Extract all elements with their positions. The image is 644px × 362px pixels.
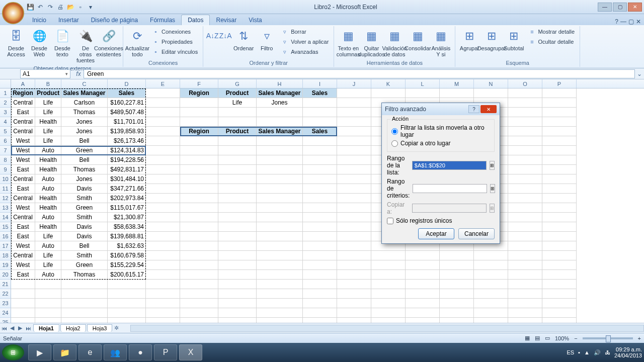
- save-icon[interactable]: 💾: [26, 3, 34, 11]
- sheet-tab-hoja1[interactable]: Hoja1: [33, 324, 59, 332]
- row-header[interactable]: 20: [0, 270, 11, 280]
- cell[interactable]: [542, 270, 577, 280]
- cell[interactable]: [146, 308, 180, 318]
- btn-borrar[interactable]: ▿Borrar: [279, 27, 331, 36]
- open-icon[interactable]: 📂: [66, 3, 74, 11]
- cell[interactable]: [218, 155, 257, 165]
- cell[interactable]: [218, 194, 257, 203]
- cell[interactable]: [257, 241, 303, 251]
- cell[interactable]: [146, 155, 180, 165]
- cell[interactable]: [337, 260, 371, 270]
- cell[interactable]: Region: [11, 88, 35, 98]
- cell[interactable]: Sales: [303, 88, 337, 98]
- cell[interactable]: [180, 194, 218, 203]
- tab-inicio[interactable]: Inicio: [26, 15, 52, 25]
- refresh-all-button[interactable]: ⟳Actualizar todo: [126, 27, 148, 58]
- cell[interactable]: [180, 165, 218, 174]
- zoom-slider[interactable]: [583, 337, 633, 339]
- cell[interactable]: [257, 117, 303, 127]
- cell[interactable]: [337, 308, 371, 318]
- col-header-D[interactable]: D: [108, 79, 146, 88]
- cell[interactable]: [371, 251, 406, 260]
- prev-sheet-icon[interactable]: ◀: [8, 325, 16, 331]
- cell[interactable]: [257, 299, 303, 308]
- tab-diseño de página[interactable]: Diseño de página: [85, 15, 144, 25]
- start-button[interactable]: ⊞: [2, 344, 24, 360]
- cell[interactable]: [180, 155, 218, 165]
- cell[interactable]: Jones: [61, 127, 108, 136]
- cell[interactable]: [440, 251, 474, 260]
- cell[interactable]: Sales: [108, 88, 146, 98]
- cell[interactable]: [218, 289, 257, 299]
- cell[interactable]: [406, 270, 440, 280]
- min-ribbon-icon[interactable]: —: [620, 18, 626, 25]
- sort-az-button[interactable]: A↓Z: [206, 27, 218, 46]
- row-header[interactable]: 21: [0, 280, 11, 289]
- cell[interactable]: [180, 260, 218, 270]
- cell[interactable]: Auto: [35, 174, 61, 184]
- cell[interactable]: [218, 184, 257, 194]
- row-header[interactable]: 23: [0, 299, 11, 308]
- cell[interactable]: $492,831.17: [108, 165, 146, 174]
- cell[interactable]: Sales Manager: [257, 127, 303, 136]
- system-tray[interactable]: ES ▪ ▲ 🔊 🖧 09:29 a.m.24/04/2013: [567, 346, 642, 358]
- cell[interactable]: [508, 98, 542, 108]
- cell[interactable]: [371, 318, 406, 323]
- cell[interactable]: Thomas: [61, 108, 108, 117]
- view-layout-icon[interactable]: ▤: [535, 335, 540, 341]
- cell[interactable]: [474, 289, 508, 299]
- cell[interactable]: [180, 241, 218, 251]
- cell[interactable]: [218, 136, 257, 146]
- cell[interactable]: Bell: [61, 136, 108, 146]
- cell[interactable]: [218, 146, 257, 155]
- cell[interactable]: [146, 165, 180, 174]
- cell[interactable]: [257, 155, 303, 165]
- cell[interactable]: [542, 155, 577, 165]
- cell[interactable]: [371, 270, 406, 280]
- cell[interactable]: [542, 98, 577, 108]
- cell[interactable]: [146, 203, 180, 213]
- cell[interactable]: [108, 318, 146, 323]
- cell[interactable]: [146, 232, 180, 241]
- next-sheet-icon[interactable]: ▶: [16, 325, 24, 331]
- cell[interactable]: East: [11, 232, 35, 241]
- cell[interactable]: [146, 289, 180, 299]
- cell[interactable]: [11, 280, 35, 289]
- cell[interactable]: [303, 222, 337, 232]
- cell[interactable]: [542, 260, 577, 270]
- col-header-P[interactable]: P: [542, 79, 577, 88]
- cell[interactable]: [542, 241, 577, 251]
- cell[interactable]: [218, 270, 257, 280]
- select-all-corner[interactable]: [0, 79, 11, 88]
- row-header[interactable]: 6: [0, 136, 11, 146]
- cell[interactable]: [180, 117, 218, 127]
- cell[interactable]: [508, 213, 542, 222]
- cell[interactable]: [508, 270, 542, 280]
- cell[interactable]: Bell: [61, 155, 108, 165]
- tab-datos[interactable]: Datos: [181, 15, 210, 25]
- cell[interactable]: West: [11, 241, 35, 251]
- btn-subtotal[interactable]: ⊞Subtotal: [503, 27, 525, 52]
- office-button[interactable]: [2, 2, 24, 24]
- col-header-C[interactable]: C: [61, 79, 108, 88]
- first-sheet-icon[interactable]: ⏮: [0, 325, 8, 331]
- cell[interactable]: [303, 232, 337, 241]
- btn-propiedades[interactable]: ∘Propiedades: [149, 37, 200, 46]
- close-doc-icon[interactable]: ✕: [636, 18, 641, 25]
- volume-icon[interactable]: 🔊: [594, 349, 601, 356]
- cell[interactable]: [180, 108, 218, 117]
- cell[interactable]: $347,271.66: [108, 184, 146, 194]
- cell[interactable]: [474, 260, 508, 270]
- cell[interactable]: [180, 299, 218, 308]
- cell[interactable]: [218, 299, 257, 308]
- cell[interactable]: [303, 289, 337, 299]
- btn-ocultar-detalle[interactable]: ≡Ocultar detalle: [526, 37, 577, 46]
- cell[interactable]: [371, 88, 406, 98]
- cell[interactable]: Life: [218, 98, 257, 108]
- cell[interactable]: [303, 260, 337, 270]
- cell[interactable]: [542, 213, 577, 222]
- horizontal-scrollbar[interactable]: [130, 325, 644, 332]
- cell[interactable]: Auto: [35, 241, 61, 251]
- cell[interactable]: West: [11, 136, 35, 146]
- cell[interactable]: [218, 251, 257, 260]
